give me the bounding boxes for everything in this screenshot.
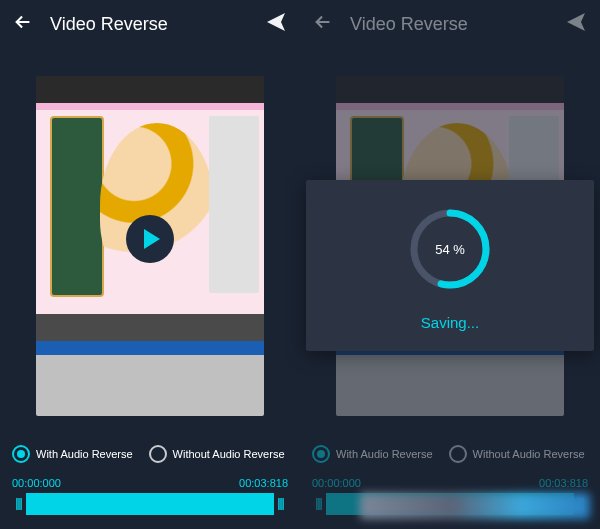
option-label: Without Audio Reverse	[473, 448, 585, 460]
time-start: 00:00:000	[312, 477, 361, 489]
option-without-audio[interactable]: Without Audio Reverse	[149, 445, 285, 463]
send-icon[interactable]	[264, 10, 288, 38]
audio-options: With Audio Reverse Without Audio Reverse	[12, 445, 288, 463]
time-end: 00:03:818	[539, 477, 588, 489]
blurred-region	[360, 493, 590, 519]
option-label: With Audio Reverse	[336, 448, 433, 460]
send-icon	[564, 10, 588, 38]
option-with-audio[interactable]: With Audio Reverse	[12, 445, 133, 463]
header: Video Reverse	[300, 0, 600, 48]
back-icon[interactable]	[12, 11, 34, 37]
radio-selected-icon	[12, 445, 30, 463]
video-frame[interactable]	[36, 76, 264, 416]
video-thumbnail	[100, 123, 214, 286]
radio-selected-icon	[312, 445, 330, 463]
saving-status: Saving...	[421, 314, 479, 331]
trim-slider[interactable]	[12, 493, 288, 515]
progress-ring: 54 %	[405, 204, 495, 294]
screen-editor: Video Reverse With Audio Reverse Without…	[0, 0, 300, 529]
trim-handle-left	[312, 493, 326, 515]
time-labels: 00:00:000 00:03:818	[312, 477, 588, 489]
option-without-audio: Without Audio Reverse	[449, 445, 585, 463]
radio-unselected-icon	[449, 445, 467, 463]
header: Video Reverse	[0, 0, 300, 48]
trim-handle-right[interactable]	[274, 493, 288, 515]
radio-unselected-icon	[149, 445, 167, 463]
time-labels: 00:00:000 00:03:818	[12, 477, 288, 489]
page-title: Video Reverse	[350, 14, 548, 35]
screen-saving: Video Reverse With Audio Reverse Without…	[300, 0, 600, 529]
audio-options: With Audio Reverse Without Audio Reverse	[312, 445, 588, 463]
option-with-audio: With Audio Reverse	[312, 445, 433, 463]
time-end: 00:03:818	[239, 477, 288, 489]
page-title: Video Reverse	[50, 14, 248, 35]
time-start: 00:00:000	[12, 477, 61, 489]
option-label: With Audio Reverse	[36, 448, 133, 460]
trim-handle-left[interactable]	[12, 493, 26, 515]
play-button[interactable]	[126, 215, 174, 263]
back-icon	[312, 11, 334, 37]
video-preview-area	[0, 48, 300, 439]
option-label: Without Audio Reverse	[173, 448, 285, 460]
saving-dialog: 54 % Saving...	[306, 180, 594, 351]
controls-panel: With Audio Reverse Without Audio Reverse…	[0, 439, 300, 529]
